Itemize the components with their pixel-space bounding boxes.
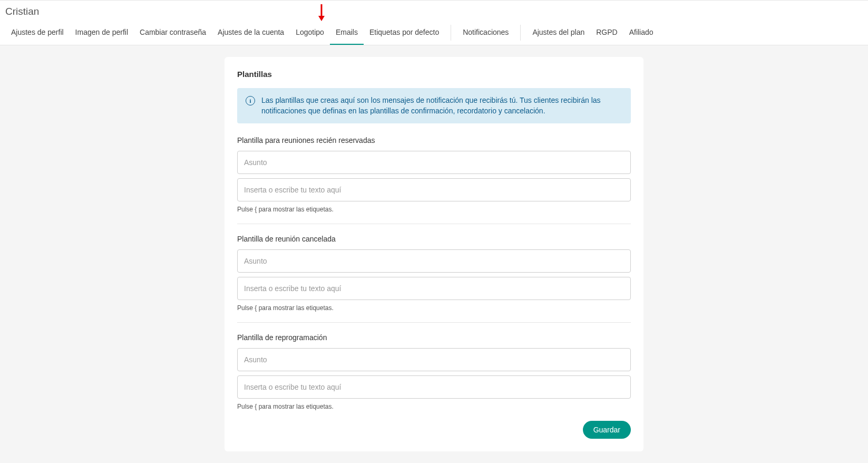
section-divider [237,224,631,224]
header: Cristian Ajustes de perfil Imagen de per… [0,0,868,45]
helper-text: Pulse { para mostrar las etiquetas. [237,403,631,410]
info-icon: i [246,96,255,105]
tab-notifications[interactable]: Notificaciones [457,24,514,45]
template-section-new-meeting: Plantilla para reuniones recién reservad… [237,136,631,213]
template-section-cancelled-meeting: Plantilla de reunión cancelada Pulse { p… [237,235,631,312]
tab-rgpd[interactable]: RGPD [590,24,623,45]
tab-divider [520,25,521,41]
template-section-reschedule: Plantilla de reprogramación Pulse { para… [237,333,631,410]
tabs-nav: Ajustes de perfil Imagen de perfil Cambi… [0,20,868,45]
section-label: Plantilla de reprogramación [237,333,631,342]
body-input[interactable] [237,178,631,201]
body-input[interactable] [237,375,631,399]
templates-card: Plantillas i Las plantillas que creas aq… [225,57,643,451]
tab-profile-settings[interactable]: Ajustes de perfil [5,24,70,45]
save-button[interactable]: Guardar [583,421,631,439]
page-title: Cristian [0,1,868,20]
info-alert: i Las plantillas que creas aquí son los … [237,88,631,123]
tab-logo[interactable]: Logotipo [290,24,330,45]
tab-account-settings[interactable]: Ajustes de la cuenta [212,24,290,45]
tab-affiliate[interactable]: Afiliado [623,24,659,45]
section-divider [237,322,631,323]
tab-default-labels[interactable]: Etiquetas por defecto [364,24,445,45]
tab-change-password[interactable]: Cambiar contraseña [134,24,212,45]
subject-input[interactable] [237,151,631,174]
card-title: Plantillas [237,70,631,79]
tab-divider [451,25,451,41]
helper-text: Pulse { para mostrar las etiquetas. [237,206,631,213]
body-input[interactable] [237,277,631,300]
card-footer: Guardar [237,421,631,439]
subject-input[interactable] [237,249,631,273]
tab-profile-image[interactable]: Imagen de perfil [70,24,134,45]
tab-plan-settings[interactable]: Ajustes del plan [526,24,590,45]
alert-text: Las plantillas que creas aquí son los me… [261,95,622,116]
subject-input[interactable] [237,348,631,371]
content-wrapper: Plantillas i Las plantillas que creas aq… [0,45,868,463]
helper-text: Pulse { para mostrar las etiquetas. [237,304,631,312]
section-label: Plantilla de reunión cancelada [237,235,631,243]
section-label: Plantilla para reuniones recién reservad… [237,136,631,144]
tab-emails[interactable]: Emails [330,24,364,45]
